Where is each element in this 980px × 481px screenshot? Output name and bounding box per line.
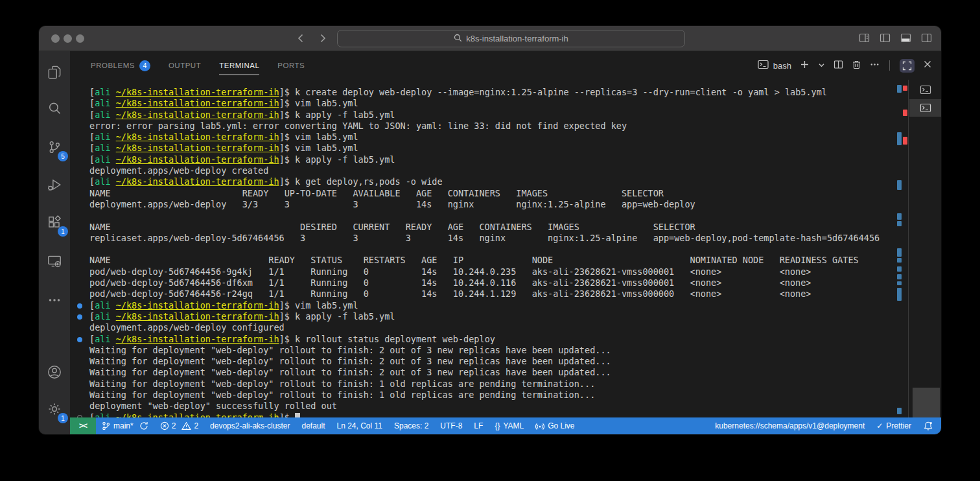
terminal-line: Waiting for deployment "web-deploy" roll… <box>89 390 880 401</box>
search-icon <box>454 34 462 44</box>
extensions-icon[interactable]: 1 <box>40 208 69 237</box>
go-live-item[interactable]: Go Live <box>530 417 580 434</box>
git-branch-item[interactable]: main* <box>96 417 154 434</box>
git-branch-icon <box>102 421 110 430</box>
terminal-tabs-separator <box>908 80 909 417</box>
overview-ruler-mark <box>903 86 907 91</box>
language-item[interactable]: {}YAML <box>489 417 530 434</box>
terminal-line: NAME READY STATUS RESTARTS AGE IP NODE N… <box>89 255 880 266</box>
overview-ruler-mark <box>897 221 902 226</box>
command-decoration-dot[interactable] <box>77 303 82 309</box>
tab-output[interactable]: OUTPUT <box>169 62 201 69</box>
terminal-viewport[interactable]: [ali ~/k8s-installation-terraform-ih]$ k… <box>70 80 941 417</box>
prettier-item[interactable]: ✓Prettier <box>870 417 917 434</box>
overview-ruler-mark <box>897 180 902 190</box>
scrollbar-thumb[interactable] <box>913 388 940 417</box>
overview-ruler-mark <box>897 274 902 279</box>
extensions-badge: 1 <box>58 226 68 237</box>
new-terminal-icon[interactable] <box>800 60 810 72</box>
status-bar: >< main* 2 2 devops2-ali-aks-cluster def… <box>70 417 941 434</box>
sync-icon <box>139 421 148 430</box>
run-debug-icon[interactable] <box>40 170 69 199</box>
overview-ruler-mark <box>897 266 902 272</box>
remote-explorer-icon[interactable] <box>40 247 69 276</box>
terminal-line: [ali ~/k8s-installation-terraform-ih]$ v… <box>89 132 880 143</box>
terminal-tab-bash-2[interactable] <box>909 99 941 117</box>
vscode-window: k8s-installation-terraform-ih 5 1 <box>39 26 941 434</box>
schema-item[interactable]: kubernetes://schema/apps/v1@deployment <box>709 417 870 434</box>
namespace-item[interactable]: default <box>296 417 331 434</box>
command-decoration-circle[interactable] <box>77 415 82 417</box>
close-traffic-light[interactable] <box>51 34 60 43</box>
panel-more-actions-icon[interactable] <box>870 60 880 72</box>
terminal-line: pod/web-deploy-5d67464456-df6xm 1/1 Runn… <box>89 277 880 288</box>
terminal-tab-bash-1[interactable] <box>909 81 941 99</box>
toggle-secondary-sidebar-icon[interactable] <box>921 32 932 43</box>
terminal-line: [ali ~/k8s-installation-terraform-ih]$ v… <box>89 143 880 154</box>
search-sidebar-icon[interactable] <box>40 94 69 123</box>
errors-count: 2 <box>172 421 176 430</box>
terminal-line <box>89 210 880 221</box>
braces-icon: {} <box>495 421 500 430</box>
command-decoration-dot[interactable] <box>77 314 82 320</box>
indentation-item[interactable]: Spaces: 2 <box>388 417 434 434</box>
terminal-line: replicaset.apps/web-deploy-5d67464456 3 … <box>89 233 880 244</box>
terminal-line: NAME DESIRED CURRENT READY AGE CONTAINER… <box>89 222 880 233</box>
overview-ruler-mark <box>903 110 907 116</box>
overview-ruler-mark <box>897 132 902 145</box>
overview-ruler-mark <box>897 288 902 301</box>
overview-ruler-mark <box>897 213 902 220</box>
accounts-icon[interactable] <box>40 358 69 386</box>
tab-terminal[interactable]: TERMINAL <box>219 62 259 69</box>
eol-item[interactable]: LF <box>468 417 489 434</box>
check-icon: ✓ <box>876 421 883 430</box>
close-panel-icon[interactable] <box>923 60 932 71</box>
minimize-traffic-light[interactable] <box>64 34 72 43</box>
terminal-line: Waiting for deployment "web-deploy" roll… <box>89 345 880 356</box>
terminal-line: Waiting for deployment "web-deploy" roll… <box>89 356 880 367</box>
overview-ruler-mark <box>897 408 902 414</box>
branch-label: main* <box>113 421 134 430</box>
notifications-item[interactable] <box>917 417 941 434</box>
problems-item[interactable]: 2 2 <box>154 417 204 434</box>
command-center-search[interactable]: k8s-installation-terraform-ih <box>337 30 685 47</box>
activity-bar: 5 1 1 <box>39 51 70 434</box>
encoding-item[interactable]: UTF-8 <box>434 417 468 434</box>
errors-icon <box>160 421 169 430</box>
terminal-line: [ali ~/k8s-installation-terraform-ih]$ v… <box>89 98 880 109</box>
split-terminal-icon[interactable] <box>834 60 843 72</box>
terminal-line: NAME READY UP-TO-DATE AVAILABLE AGE CONT… <box>89 188 880 199</box>
toggle-primary-sidebar-icon[interactable] <box>880 32 891 43</box>
zoom-traffic-light[interactable] <box>76 34 84 43</box>
terminal-line: [ali ~/k8s-installation-terraform-ih]$ k… <box>89 154 880 165</box>
shell-label: bash <box>773 61 791 71</box>
kill-terminal-icon[interactable] <box>852 60 861 72</box>
remote-indicator[interactable]: >< <box>70 417 96 434</box>
explorer-icon[interactable] <box>40 58 69 86</box>
tab-problems[interactable]: PROBLEMS4 <box>91 60 150 71</box>
settings-gear-icon[interactable]: 1 <box>40 395 69 423</box>
overview-ruler-mark <box>897 258 902 263</box>
tab-ports[interactable]: PORTS <box>277 62 305 69</box>
source-control-badge: 5 <box>58 151 68 161</box>
cluster-item[interactable]: devops2-ali-aks-cluster <box>204 417 296 434</box>
back-arrow-icon[interactable] <box>295 32 307 44</box>
terminal-line: deployment "web-deploy" successfully rol… <box>89 401 880 412</box>
terminal-line: [ali ~/k8s-installation-terraform-ih]$ v… <box>89 300 880 311</box>
terminal-line: Waiting for deployment "web-deploy" roll… <box>89 367 880 378</box>
customize-layout-icon[interactable] <box>859 32 870 43</box>
overview-ruler-mark <box>897 281 902 285</box>
terminal-line: Waiting for deployment "web-deploy" roll… <box>89 379 880 390</box>
cursor-position-item[interactable]: Ln 24, Col 11 <box>331 417 388 434</box>
active-shell[interactable]: bash <box>758 60 791 71</box>
source-control-icon[interactable]: 5 <box>40 133 69 161</box>
forward-arrow-icon[interactable] <box>317 32 329 44</box>
command-decoration-dot[interactable] <box>77 337 82 342</box>
more-views-icon[interactable] <box>40 286 69 314</box>
terminal-dropdown-chevron-icon[interactable] <box>818 60 825 71</box>
terminal-line: [ali ~/k8s-installation-terraform-ih]$ k… <box>89 311 880 322</box>
toggle-panel-icon[interactable] <box>900 32 911 43</box>
terminal-line: [ali ~/k8s-installation-terraform-ih]$ <box>89 412 880 417</box>
terminal-line: [ali ~/k8s-installation-terraform-ih]$ k… <box>89 87 880 98</box>
maximize-panel-icon[interactable] <box>900 59 915 73</box>
